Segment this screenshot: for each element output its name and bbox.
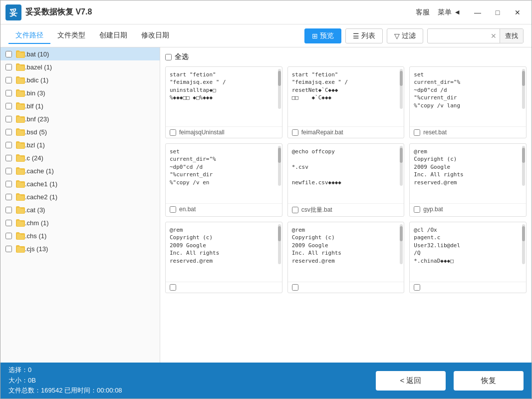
filter-button[interactable]: ▽ 过滤	[387, 28, 423, 43]
main-window: 妥 妥妥数据恢复 V7.8 客服 菜单 ◄ — □ ✕ 文件路径 文件类型	[0, 0, 532, 399]
list-item[interactable]: .bat (10)	[0, 47, 160, 60]
maximize-button[interactable]: □	[489, 5, 507, 19]
customer-service-btn[interactable]: 客服	[416, 8, 430, 17]
filename-label-5: gyp.bat	[423, 206, 443, 213]
search-input[interactable]	[428, 32, 488, 39]
card-checkbox-2[interactable]	[414, 129, 420, 136]
app-logo: 妥	[5, 4, 21, 20]
list-item[interactable]: .cache (1)	[0, 164, 160, 177]
folder-icon	[16, 141, 25, 149]
item-label-14: .chs (1)	[25, 232, 155, 240]
preview-filename-2: reset.bat	[410, 127, 526, 138]
item-checkbox-10[interactable]	[5, 181, 12, 187]
window-controls: — □ ✕	[469, 5, 527, 19]
list-item[interactable]: .chs (1)	[0, 229, 160, 242]
scrollbar-1[interactable]	[400, 69, 403, 109]
folder-icon	[16, 206, 25, 214]
status-buttons: < 返回 恢复	[376, 371, 524, 391]
preview-card-7: @rem Copyright (c) 2009 Google Inc. All …	[287, 222, 405, 293]
scrollbar-2[interactable]	[522, 69, 525, 109]
list-item[interactable]: .blf (1)	[0, 99, 160, 112]
tab-file-path[interactable]: 文件路径	[8, 28, 50, 44]
filename-label-2: reset.bat	[423, 129, 447, 136]
item-checkbox-9[interactable]	[5, 168, 12, 174]
item-checkbox-7[interactable]	[5, 142, 12, 148]
item-checkbox-14[interactable]	[5, 233, 12, 239]
card-checkbox-0[interactable]	[170, 129, 176, 136]
folder-icon	[16, 154, 25, 162]
item-label-2: .bdic (1)	[25, 76, 155, 84]
filter-icon: ▽	[394, 32, 400, 40]
back-button[interactable]: < 返回	[376, 371, 446, 391]
list-item[interactable]: .bin (3)	[0, 86, 160, 99]
folder-icon	[16, 50, 25, 58]
close-button[interactable]: ✕	[509, 5, 527, 19]
card-checkbox-6[interactable]	[170, 284, 176, 291]
item-checkbox-12[interactable]	[5, 207, 12, 213]
scrollbar-0[interactable]	[278, 69, 281, 109]
item-label-9: .cache (1)	[25, 167, 155, 175]
select-all-checkbox[interactable]	[165, 54, 172, 60]
scrollbar-6[interactable]	[278, 224, 281, 264]
item-checkbox-4[interactable]	[5, 103, 12, 109]
preview-card-3: set current_dir="% ~dp0"cd /d "%current_…	[165, 143, 282, 217]
tab-created-date[interactable]: 创建日期	[92, 28, 134, 44]
item-checkbox-5[interactable]	[5, 116, 12, 122]
item-checkbox-15[interactable]	[5, 246, 12, 252]
card-checkbox-5[interactable]	[414, 206, 420, 213]
scrollbar-5[interactable]	[522, 146, 525, 186]
scrollbar-7[interactable]	[400, 224, 403, 264]
card-checkbox-3[interactable]	[170, 206, 176, 213]
item-label-0: .bat (10)	[25, 50, 155, 58]
list-item[interactable]: .cache1 (1)	[0, 177, 160, 190]
preview-filename-4: csv批量.bat	[288, 204, 404, 216]
preview-button[interactable]: ⊞ 预览	[304, 28, 341, 43]
scrollbar-8[interactable]	[522, 224, 525, 264]
item-checkbox-0[interactable]	[5, 51, 12, 57]
folder-icon	[16, 63, 25, 71]
list-item[interactable]: .bnf (23)	[0, 112, 160, 125]
item-checkbox-2[interactable]	[5, 77, 12, 83]
select-all-row: 全选	[165, 52, 527, 61]
item-label-10: .cache1 (1)	[25, 180, 155, 188]
card-checkbox-4[interactable]	[292, 207, 298, 213]
list-item[interactable]: .bazel (1)	[0, 60, 160, 73]
list-item[interactable]: .c (24)	[0, 151, 160, 164]
card-checkbox-1[interactable]	[292, 129, 298, 136]
search-button[interactable]: 查找	[500, 29, 523, 43]
list-item[interactable]: .bsd (5)	[0, 125, 160, 138]
minimize-button[interactable]: —	[469, 5, 487, 19]
item-label-1: .bazel (1)	[25, 63, 155, 71]
scrollbar-3[interactable]	[278, 146, 281, 186]
item-checkbox-3[interactable]	[5, 90, 12, 96]
list-item[interactable]: .bdic (1)	[0, 73, 160, 86]
list-item[interactable]: .bzl (1)	[0, 138, 160, 151]
item-checkbox-1[interactable]	[5, 64, 12, 70]
item-checkbox-13[interactable]	[5, 220, 12, 226]
item-checkbox-6[interactable]	[5, 129, 12, 135]
tab-file-type[interactable]: 文件类型	[50, 28, 92, 44]
list-item[interactable]: .cat (3)	[0, 203, 160, 216]
left-panel: .bat (10) .bazel (1) .bdic (1)	[0, 47, 160, 363]
item-label-4: .blf (1)	[25, 102, 155, 110]
search-box: ✕ 查找	[427, 28, 524, 43]
titlebar: 妥 妥妥数据恢复 V7.8 客服 菜单 ◄ — □ ✕	[0, 0, 532, 24]
card-checkbox-8[interactable]	[414, 284, 420, 291]
menu-btn[interactable]: 菜单 ◄	[438, 8, 461, 17]
card-checkbox-7[interactable]	[292, 284, 298, 291]
preview-card-6: @rem Copyright (c) 2009 Google Inc. All …	[165, 222, 282, 293]
item-label-6: .bsd (5)	[25, 128, 155, 136]
item-checkbox-8[interactable]	[5, 155, 12, 161]
list-item[interactable]: .chm (1)	[0, 216, 160, 229]
restore-button[interactable]: 恢复	[454, 371, 524, 391]
tab-modified-date[interactable]: 修改日期	[134, 28, 176, 44]
status-line3: 文件总数：169542 已用时间：00:00:08	[8, 386, 376, 396]
list-item[interactable]: .cache2 (1)	[0, 190, 160, 203]
preview-card-0: start "fetion" "feimajsq.exe " / uninsta…	[165, 66, 282, 138]
item-checkbox-11[interactable]	[5, 194, 12, 200]
list-item[interactable]: .cjs (13)	[0, 242, 160, 255]
preview-filename-8	[410, 282, 526, 293]
search-clear-icon[interactable]: ✕	[488, 32, 500, 40]
scrollbar-4[interactable]	[400, 146, 403, 186]
list-button[interactable]: ☰ 列表	[345, 28, 383, 43]
